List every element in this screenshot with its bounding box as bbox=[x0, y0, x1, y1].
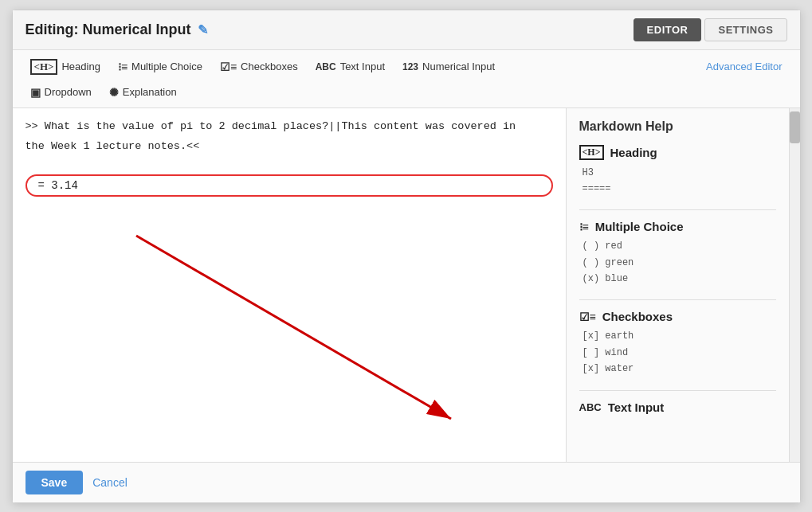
title-text: Editing: Numerical Input bbox=[25, 21, 191, 38]
modal-title: Editing: Numerical Input ✎ bbox=[25, 21, 208, 38]
help-divider-2 bbox=[579, 299, 776, 300]
help-section-checkboxes: ☑≡ Checkboxes [x] earth [ ] wind [x] wat… bbox=[579, 310, 776, 377]
toolbar: <H> Heading ⁝≡ Multiple Choice ☑≡ Checkb… bbox=[13, 50, 800, 108]
annotation-arrow bbox=[21, 188, 515, 443]
checkboxes-label: Checkboxes bbox=[241, 61, 298, 72]
header-buttons: EDITOR SETTINGS bbox=[634, 18, 787, 41]
editor-button[interactable]: EDITOR bbox=[634, 18, 702, 41]
modal: Editing: Numerical Input ✎ EDITOR SETTIN… bbox=[12, 10, 801, 503]
help-cb-code: [x] earth [ ] wind [x] water bbox=[579, 328, 776, 377]
cancel-button[interactable]: Cancel bbox=[92, 476, 127, 489]
svg-line-1 bbox=[136, 236, 451, 419]
explanation-icon: ✺ bbox=[109, 86, 119, 99]
help-divider-1 bbox=[579, 209, 776, 210]
advanced-editor-button[interactable]: Advanced Editor bbox=[698, 57, 790, 76]
checkboxes-button[interactable]: ☑≡ Checkboxes bbox=[212, 57, 306, 77]
settings-button[interactable]: SETTINGS bbox=[704, 18, 787, 41]
text-input-label: Text Input bbox=[340, 61, 385, 72]
help-section-text-input: ABC Text Input bbox=[579, 401, 776, 414]
dropdown-button[interactable]: ▣ Dropdown bbox=[22, 82, 100, 103]
advanced-editor-label: Advanced Editor bbox=[706, 61, 782, 72]
explanation-button[interactable]: ✺ Explanation bbox=[101, 82, 185, 103]
save-button[interactable]: Save bbox=[25, 471, 84, 494]
help-mc-icon: ⁝≡ bbox=[579, 221, 589, 233]
help-cb-icon: ☑≡ bbox=[579, 311, 596, 323]
content-area: >> What is the value of pi to 2 decimal … bbox=[13, 108, 800, 462]
help-heading-icon: <H> bbox=[579, 145, 604, 160]
numerical-input-icon: 123 bbox=[402, 61, 418, 72]
help-scrollbar[interactable] bbox=[789, 108, 800, 462]
dropdown-icon: ▣ bbox=[30, 86, 41, 99]
modal-header: Editing: Numerical Input ✎ EDITOR SETTIN… bbox=[13, 10, 800, 50]
help-mc-title: ⁝≡ Multiple Choice bbox=[579, 220, 776, 233]
modal-footer: Save Cancel bbox=[13, 462, 800, 502]
editor-content-line1: >> What is the value of pi to 2 decimal … bbox=[25, 118, 553, 135]
help-heading-title: <H> Heading bbox=[579, 145, 776, 160]
help-heading-code: H3 ===== bbox=[579, 165, 776, 197]
multiple-choice-icon: ⁝≡ bbox=[118, 61, 127, 73]
dropdown-label: Dropdown bbox=[45, 86, 92, 98]
editor-pane[interactable]: >> What is the value of pi to 2 decimal … bbox=[13, 108, 566, 462]
help-ti-title: ABC Text Input bbox=[579, 401, 776, 414]
numerical-input-label: Numerical Input bbox=[422, 61, 495, 72]
editor-content-line2: the Week 1 lecture notes.<< bbox=[25, 138, 553, 155]
heading-button[interactable]: <H> Heading bbox=[22, 55, 108, 79]
help-section-multiple-choice: ⁝≡ Multiple Choice ( ) red ( ) green (x)… bbox=[579, 220, 776, 287]
answer-box: = 3.14 bbox=[25, 174, 553, 197]
help-panel: Markdown Help <H> Heading H3 ===== ⁝≡ Mu… bbox=[566, 108, 789, 462]
help-ti-icon: ABC bbox=[579, 401, 602, 413]
text-input-icon: ABC bbox=[316, 61, 336, 72]
help-mc-code: ( ) red ( ) green (x) blue bbox=[579, 238, 776, 287]
text-input-button[interactable]: ABC Text Input bbox=[308, 57, 393, 76]
help-title: Markdown Help bbox=[579, 119, 776, 134]
help-divider-3 bbox=[579, 390, 776, 391]
checkboxes-icon: ☑≡ bbox=[220, 61, 237, 73]
explanation-label: Explanation bbox=[123, 86, 177, 98]
multiple-choice-label: Multiple Choice bbox=[131, 61, 202, 72]
scrollbar-thumb[interactable] bbox=[790, 111, 800, 143]
multiple-choice-button[interactable]: ⁝≡ Multiple Choice bbox=[110, 57, 210, 77]
heading-label: Heading bbox=[61, 61, 100, 72]
help-cb-title: ☑≡ Checkboxes bbox=[579, 310, 776, 323]
numerical-input-button[interactable]: 123 Numerical Input bbox=[394, 57, 503, 76]
help-section-heading: <H> Heading H3 ===== bbox=[579, 145, 776, 197]
edit-icon[interactable]: ✎ bbox=[198, 22, 208, 37]
heading-icon: <H> bbox=[30, 59, 58, 75]
